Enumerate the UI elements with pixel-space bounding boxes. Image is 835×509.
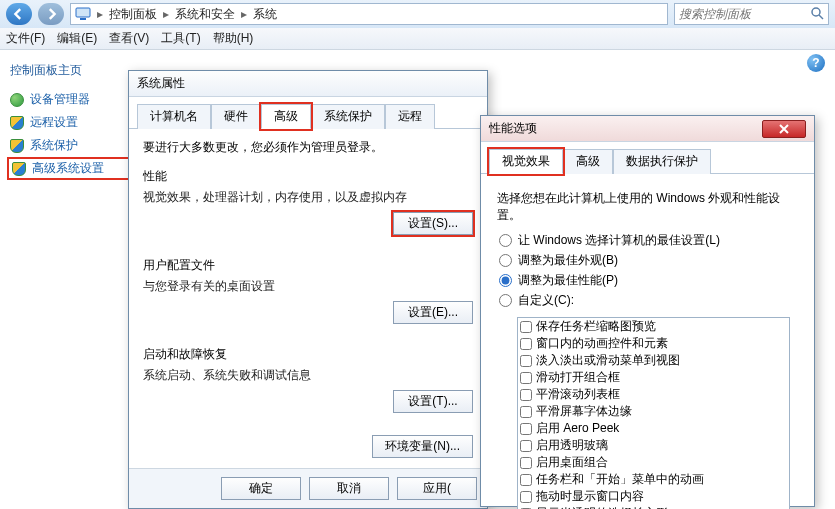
group-title: 启动和故障恢复 xyxy=(143,346,473,363)
search-box[interactable] xyxy=(674,3,829,25)
tab[interactable]: 硬件 xyxy=(211,104,261,129)
radio-input[interactable] xyxy=(499,274,512,287)
radio-option[interactable]: 调整为最佳外观(B) xyxy=(499,252,796,269)
apply-button[interactable]: 应用( xyxy=(397,477,477,500)
list-item[interactable]: 任务栏和「开始」菜单中的动画 xyxy=(518,471,789,488)
close-button[interactable] xyxy=(762,120,806,138)
shield-icon xyxy=(10,116,24,130)
list-item[interactable]: 平滑滚动列表框 xyxy=(518,386,789,403)
menu-tools[interactable]: 工具(T) xyxy=(161,30,200,47)
list-item-label: 启用 Aero Peek xyxy=(536,420,619,437)
list-item[interactable]: 窗口内的动画控件和元素 xyxy=(518,335,789,352)
cancel-button[interactable]: 取消 xyxy=(309,477,389,500)
list-item-label: 滑动打开组合框 xyxy=(536,369,620,386)
list-item[interactable]: 拖动时显示窗口内容 xyxy=(518,488,789,505)
dialog-title-bar[interactable]: 系统属性 xyxy=(129,71,487,97)
env-vars-button[interactable]: 环境变量(N)... xyxy=(372,435,473,458)
list-item-label: 淡入淡出或滑动菜单到视图 xyxy=(536,352,680,369)
checkbox[interactable] xyxy=(520,389,532,401)
menu-file[interactable]: 文件(F) xyxy=(6,30,45,47)
tab[interactable]: 视觉效果 xyxy=(489,149,563,174)
radio-option[interactable]: 自定义(C): xyxy=(499,292,796,309)
checkbox[interactable] xyxy=(520,338,532,350)
explorer-nav-bar: ▸ 控制面板 ▸ 系统和安全 ▸ 系统 xyxy=(0,0,835,28)
settings-button[interactable]: 设置(E)... xyxy=(393,301,473,324)
search-input[interactable] xyxy=(679,7,806,21)
sidebar-item[interactable]: 高级系统设置 xyxy=(10,160,145,177)
chevron-right-icon: ▸ xyxy=(161,7,171,21)
checkbox[interactable] xyxy=(520,491,532,503)
settings-group: 性能视觉效果，处理器计划，内存使用，以及虚拟内存设置(S)... xyxy=(143,168,473,235)
list-item[interactable]: 淡入淡出或滑动菜单到视图 xyxy=(518,352,789,369)
list-item[interactable]: 平滑屏幕字体边缘 xyxy=(518,403,789,420)
radio-option[interactable]: 让 Windows 选择计算机的最佳设置(L) xyxy=(499,232,796,249)
forward-button[interactable] xyxy=(38,3,64,25)
radio-input[interactable] xyxy=(499,294,512,307)
breadcrumb[interactable]: ▸ 控制面板 ▸ 系统和安全 ▸ 系统 xyxy=(70,3,668,25)
tab[interactable]: 高级 xyxy=(261,104,311,129)
sidebar-item[interactable]: 远程设置 xyxy=(10,114,145,131)
menu-help[interactable]: 帮助(H) xyxy=(213,30,254,47)
radio-label: 让 Windows 选择计算机的最佳设置(L) xyxy=(518,232,720,249)
checkbox[interactable] xyxy=(520,406,532,418)
checkbox[interactable] xyxy=(520,355,532,367)
radio-input[interactable] xyxy=(499,254,512,267)
checkbox[interactable] xyxy=(520,423,532,435)
list-item[interactable]: 启用桌面组合 xyxy=(518,454,789,471)
list-item[interactable]: 启用透明玻璃 xyxy=(518,437,789,454)
dialog-tabs: 计算机名硬件高级系统保护远程 xyxy=(129,97,487,129)
list-item[interactable]: 显示半透明的选择长方形 xyxy=(518,505,789,509)
dialog-body: 选择您想在此计算机上使用的 Windows 外观和性能设置。 让 Windows… xyxy=(481,174,814,509)
sidebar-item-label: 设备管理器 xyxy=(30,91,90,108)
menu-view[interactable]: 查看(V) xyxy=(109,30,149,47)
arrow-left-icon xyxy=(13,8,25,20)
svg-line-3 xyxy=(819,15,823,19)
group-title: 性能 xyxy=(143,168,473,185)
list-item-label: 任务栏和「开始」菜单中的动画 xyxy=(536,471,704,488)
tab[interactable]: 高级 xyxy=(563,149,613,174)
back-button[interactable] xyxy=(6,3,32,25)
dialog-footer: 确定 取消 应用( xyxy=(129,468,487,508)
tab[interactable]: 系统保护 xyxy=(311,104,385,129)
tab[interactable]: 计算机名 xyxy=(137,104,211,129)
settings-group: 用户配置文件与您登录有关的桌面设置设置(E)... xyxy=(143,257,473,324)
radio-group: 让 Windows 选择计算机的最佳设置(L)调整为最佳外观(B)调整为最佳性能… xyxy=(499,232,796,309)
settings-button[interactable]: 设置(T)... xyxy=(393,390,473,413)
dialog-title-bar[interactable]: 性能选项 xyxy=(481,116,814,142)
list-item[interactable]: 启用 Aero Peek xyxy=(518,420,789,437)
radio-input[interactable] xyxy=(499,234,512,247)
shield-icon xyxy=(12,162,26,176)
monitor-icon xyxy=(75,6,91,22)
menu-edit[interactable]: 编辑(E) xyxy=(57,30,97,47)
search-icon[interactable] xyxy=(810,6,824,23)
dialog-title: 性能选项 xyxy=(489,120,537,137)
ok-button[interactable]: 确定 xyxy=(221,477,301,500)
bullet-icon xyxy=(10,93,24,107)
sidebar-item-label: 系统保护 xyxy=(30,137,78,154)
breadcrumb-item[interactable]: 控制面板 xyxy=(109,6,157,23)
tab[interactable]: 数据执行保护 xyxy=(613,149,711,174)
checkbox[interactable] xyxy=(520,474,532,486)
breadcrumb-item[interactable]: 系统 xyxy=(253,6,277,23)
checkbox[interactable] xyxy=(520,457,532,469)
radio-option[interactable]: 调整为最佳性能(P) xyxy=(499,272,796,289)
sidebar-item[interactable]: 设备管理器 xyxy=(10,91,145,108)
settings-button[interactable]: 设置(S)... xyxy=(393,212,473,235)
checkbox[interactable] xyxy=(520,321,532,333)
tab[interactable]: 远程 xyxy=(385,104,435,129)
performance-options-dialog: 性能选项 视觉效果高级数据执行保护 选择您想在此计算机上使用的 Windows … xyxy=(480,115,815,507)
chevron-right-icon: ▸ xyxy=(95,7,105,21)
svg-rect-0 xyxy=(76,8,90,17)
checkbox[interactable] xyxy=(520,372,532,384)
list-item[interactable]: 保存任务栏缩略图预览 xyxy=(518,318,789,335)
sidebar-header[interactable]: 控制面板主页 xyxy=(10,62,145,79)
breadcrumb-item[interactable]: 系统和安全 xyxy=(175,6,235,23)
perf-instruction: 选择您想在此计算机上使用的 Windows 外观和性能设置。 xyxy=(497,190,798,224)
checkbox[interactable] xyxy=(520,440,532,452)
settings-group: 启动和故障恢复系统启动、系统失败和调试信息设置(T)... xyxy=(143,346,473,413)
sidebar-item[interactable]: 系统保护 xyxy=(10,137,145,154)
visual-effects-list[interactable]: 保存任务栏缩略图预览窗口内的动画控件和元素淡入淡出或滑动菜单到视图滑动打开组合框… xyxy=(517,317,790,509)
close-icon xyxy=(779,124,789,134)
radio-label: 调整为最佳外观(B) xyxy=(518,252,618,269)
list-item[interactable]: 滑动打开组合框 xyxy=(518,369,789,386)
